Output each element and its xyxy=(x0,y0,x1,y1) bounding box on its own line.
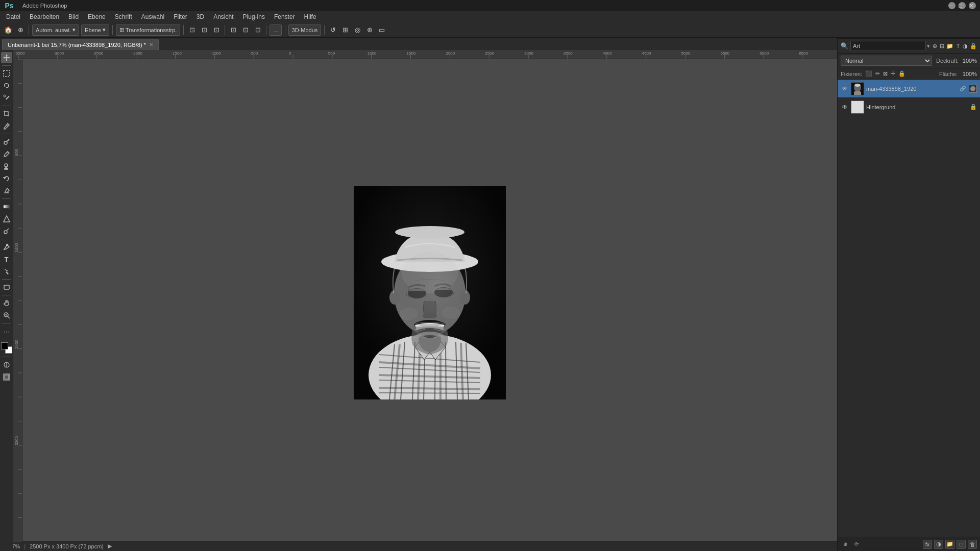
pen-tool[interactable] xyxy=(1,241,12,253)
lasso-tool[interactable] xyxy=(1,80,12,91)
layer-item-hintergrund[interactable]: 👁 Hintergrund 🔒 xyxy=(838,98,980,116)
home-icon[interactable]: 🏠 xyxy=(3,25,13,35)
layer-visibility-hintergrund[interactable]: 👁 xyxy=(841,103,849,111)
panel-info-icon[interactable]: ⊕ xyxy=(841,540,850,549)
align-right-icon[interactable]: ⊡ xyxy=(211,25,222,35)
new-group-button[interactable]: 📁 xyxy=(945,540,954,549)
autom-dropdown-icon[interactable]: ▾ xyxy=(72,27,76,33)
zoom-tool[interactable] xyxy=(1,310,12,321)
brush-tool[interactable] xyxy=(1,148,12,160)
quick-mask-btn[interactable] xyxy=(1,359,12,370)
svg-point-3 xyxy=(4,141,7,144)
fläche-value[interactable]: 100% xyxy=(961,71,977,77)
tool-icon[interactable]: ⊕ xyxy=(15,25,26,35)
maximize-button[interactable]: □ xyxy=(959,2,966,9)
rotate-icon[interactable]: ↺ xyxy=(328,25,338,35)
move-tool[interactable] xyxy=(1,52,12,63)
status-arrow[interactable]: ▶ xyxy=(108,543,112,549)
menu-datei[interactable]: Datei xyxy=(2,12,24,21)
path-select-tool[interactable] xyxy=(1,266,12,277)
transformations-btn[interactable]: ⊞ Transformationsstrp. xyxy=(116,24,180,36)
new-layer-button[interactable]: □ xyxy=(957,540,966,549)
pin-icon[interactable]: ⊕ xyxy=(364,25,375,35)
3d-mode-btn[interactable]: 3D-Modus xyxy=(288,24,322,36)
magic-wand-tool[interactable] xyxy=(1,92,12,104)
align-left-icon[interactable]: ⊡ xyxy=(187,25,197,35)
blur-tool[interactable] xyxy=(1,213,12,224)
options-bar: 🏠 ⊕ Autom. auswi. ▾ Ebene ▾ ⊞ Transforma… xyxy=(0,22,980,38)
select-rect-tool[interactable] xyxy=(1,68,12,79)
menu-ebene[interactable]: Ebene xyxy=(84,12,110,21)
align-top-icon[interactable]: ⊡ xyxy=(253,25,263,35)
layer-item-man[interactable]: 👁 man-4333898_1920 🔗 xyxy=(838,80,980,98)
menu-schrift[interactable]: Schrift xyxy=(111,12,136,21)
color-swatches[interactable] xyxy=(1,342,12,354)
minimize-button[interactable]: ─ xyxy=(948,2,955,9)
search-dropdown-icon[interactable]: ▾ xyxy=(927,43,930,49)
layer-visibility-man[interactable]: 👁 xyxy=(841,85,849,93)
fg-color-swatch[interactable] xyxy=(1,342,8,349)
filter-icon[interactable]: ⊟ xyxy=(939,41,944,51)
clone-tool[interactable] xyxy=(1,161,12,172)
eyedropper-tool[interactable] xyxy=(1,120,12,132)
adj-icon[interactable]: ◑ xyxy=(963,41,968,51)
distribute-h-icon[interactable]: ⊡ xyxy=(228,25,238,35)
lock-draw-icon[interactable]: ✏ xyxy=(875,70,880,77)
dodge-tool[interactable] xyxy=(1,226,12,237)
layer-search-input[interactable] xyxy=(850,41,926,51)
fx-button[interactable]: fx xyxy=(923,540,932,549)
left-toolbar: T ··· xyxy=(0,50,13,551)
align-center-h-icon[interactable]: ⊡ xyxy=(199,25,209,35)
menu-hilfe[interactable]: Hilfe xyxy=(300,12,321,21)
blend-mode-select[interactable]: Normal Aufhellen Abdunkeln Multipliziere… xyxy=(841,56,932,66)
menu-ansicht[interactable]: Ansicht xyxy=(209,12,237,21)
eraser-tool[interactable] xyxy=(1,185,12,196)
gradient-tool[interactable] xyxy=(1,201,12,212)
tool-sep-6 xyxy=(2,279,11,280)
right-panel: ☁ 🔍 ⚙ ⊡ ↔ Ebenen Kanäle Pfade 3D 🔍 ▾ ⊕ ⊟… xyxy=(837,11,980,551)
group-icon[interactable]: 📁 xyxy=(946,41,953,51)
shape-tool[interactable] xyxy=(1,282,12,293)
screen-icon[interactable]: ▭ xyxy=(377,25,387,35)
delete-layer-button[interactable]: 🗑 xyxy=(968,540,977,549)
menu-plugins[interactable]: Plug-ins xyxy=(239,12,269,21)
canvas-area[interactable] xyxy=(22,59,837,542)
lock-px-icon[interactable]: ⬛ xyxy=(865,70,872,77)
title-bar-controls[interactable]: ─ □ ✕ xyxy=(948,2,976,9)
history-brush-tool[interactable] xyxy=(1,173,12,184)
more-options-btn[interactable]: ... xyxy=(270,24,281,36)
grid-icon[interactable]: ⊞ xyxy=(340,25,350,35)
lock-move-icon[interactable]: ✛ xyxy=(891,70,895,77)
screen-mode-btn[interactable] xyxy=(1,371,12,383)
menu-bild[interactable]: Bild xyxy=(64,12,83,21)
opacity-value[interactable]: 100% xyxy=(961,58,977,64)
more-tools-btn[interactable]: ··· xyxy=(1,325,12,337)
ruler-left xyxy=(13,59,22,542)
crop-tool[interactable] xyxy=(1,108,12,119)
lock-panel-icon[interactable]: 🔒 xyxy=(970,41,977,51)
lock-artboard-icon[interactable]: ⊠ xyxy=(883,70,888,77)
hand-tool[interactable] xyxy=(1,297,12,309)
new-art-icon[interactable]: ⊕ xyxy=(932,41,937,51)
menu-fenster[interactable]: Fenster xyxy=(270,12,299,21)
menu-3d[interactable]: 3D xyxy=(192,12,208,21)
ebene-dropdown-icon[interactable]: ▾ xyxy=(103,27,106,33)
close-button[interactable]: ✕ xyxy=(969,2,976,9)
panel-refresh-icon[interactable]: ⟳ xyxy=(852,540,861,549)
distribute-v-icon[interactable]: ⊡ xyxy=(240,25,251,35)
lock-all-icon[interactable]: 🔒 xyxy=(898,70,905,77)
create-adj-button[interactable]: ◑ xyxy=(934,540,943,549)
document-tab[interactable]: Unbenannt-1 bei 15,7% (man-4333898_1920,… xyxy=(2,39,159,50)
snap-icon[interactable]: ◎ xyxy=(352,25,362,35)
tab-close-button[interactable]: ✕ xyxy=(149,42,153,47)
spot-heal-tool[interactable] xyxy=(1,136,12,147)
tool-sep-5 xyxy=(2,239,11,239)
menu-bearbeiten[interactable]: Bearbeiten xyxy=(26,12,63,21)
layer-link-icon[interactable]: 🔗 xyxy=(959,85,967,93)
ebene-button[interactable]: Ebene ▾ xyxy=(81,24,109,36)
type-tool[interactable]: T xyxy=(1,254,12,265)
type-icon[interactable]: T xyxy=(955,41,961,51)
menu-filter[interactable]: Filter xyxy=(169,12,191,21)
autom-button[interactable]: Autom. auswi. ▾ xyxy=(32,24,79,36)
menu-auswahl[interactable]: Auswahl xyxy=(137,12,168,21)
